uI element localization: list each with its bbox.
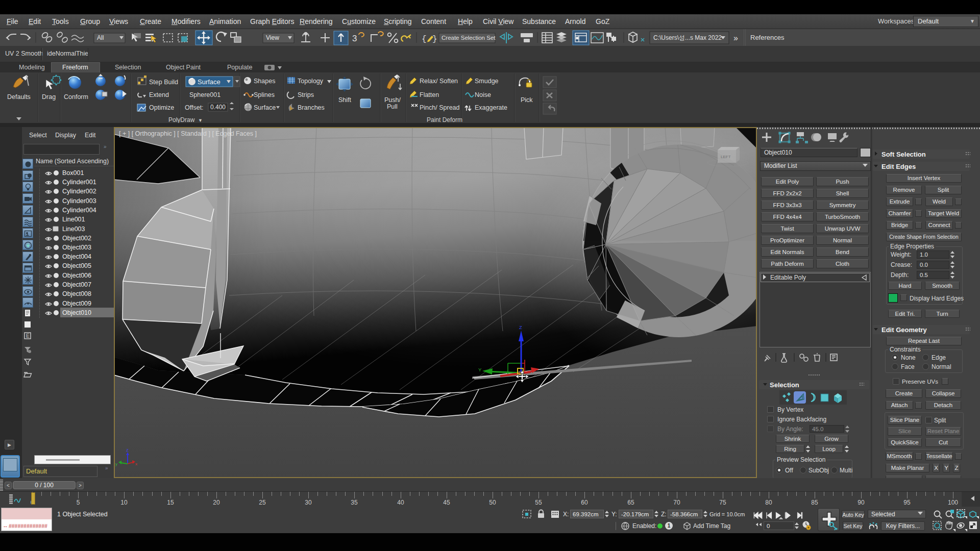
svg-text:All: All xyxy=(97,34,104,41)
svg-text:Splines: Splines xyxy=(254,91,275,98)
svg-text:Pick: Pick xyxy=(521,96,533,104)
svg-text:Surface: Surface xyxy=(198,78,220,86)
svg-text:{: { xyxy=(422,35,427,44)
svg-text:Smudge: Smudge xyxy=(475,78,499,85)
svg-text:Relax/ Soften: Relax/ Soften xyxy=(420,78,458,85)
svg-text:Optimize: Optimize xyxy=(149,104,174,111)
svg-text:Push/: Push/ xyxy=(384,96,401,104)
svg-text:Offset:: Offset: xyxy=(185,104,204,111)
svg-text:LEFT: LEFT xyxy=(721,155,731,159)
svg-text:References: References xyxy=(750,34,785,41)
svg-text:Surface: Surface xyxy=(254,104,276,111)
svg-text:Exaggerate: Exaggerate xyxy=(475,104,507,111)
svg-text:Flatten: Flatten xyxy=(420,91,439,98)
svg-text:}: } xyxy=(432,35,437,44)
svg-text:Sphere001: Sphere001 xyxy=(189,91,220,98)
svg-text:y: y xyxy=(115,462,117,466)
svg-text:Conform: Conform xyxy=(64,93,88,101)
svg-text:Step Build: Step Build xyxy=(149,79,178,86)
svg-text:E: E xyxy=(26,333,30,339)
svg-text:Create Selection Set: Create Selection Set xyxy=(442,35,496,41)
svg-text:Topology: Topology xyxy=(298,78,324,85)
svg-text:Branches: Branches xyxy=(298,104,325,111)
svg-text:Z: Z xyxy=(126,448,129,453)
svg-text:Pull: Pull xyxy=(387,103,398,110)
svg-text:Pinch/ Spread: Pinch/ Spread xyxy=(420,104,460,111)
svg-text:View: View xyxy=(266,34,279,41)
svg-text:Drag: Drag xyxy=(42,93,56,101)
svg-text:3: 3 xyxy=(352,34,357,43)
svg-text:x: x xyxy=(135,462,137,466)
svg-text:Z: Z xyxy=(519,324,522,330)
svg-text:Strips: Strips xyxy=(298,91,314,98)
svg-text:0.400: 0.400 xyxy=(210,104,226,111)
svg-text:Noise: Noise xyxy=(475,91,491,98)
svg-text:Shapes: Shapes xyxy=(254,78,275,85)
svg-text:[ + ] [ Orthographic ] [ Stand: [ + ] [ Orthographic ] [ Standard ] [ Ed… xyxy=(119,130,257,137)
svg-text:C:\Users\성...s Max 2022: C:\Users\성...s Max 2022 xyxy=(653,34,722,41)
svg-text:Extend: Extend xyxy=(149,91,169,98)
svg-text:Shift: Shift xyxy=(338,96,352,104)
svg-text:Y: Y xyxy=(478,367,482,372)
svg-text:»: » xyxy=(733,34,738,42)
svg-text:Defaults: Defaults xyxy=(7,93,31,101)
